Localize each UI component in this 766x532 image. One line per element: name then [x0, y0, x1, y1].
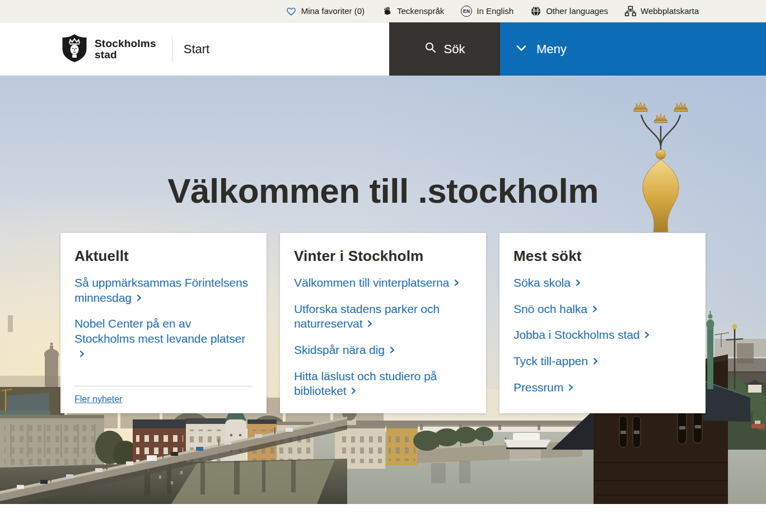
sign-language-label: Teckenspråk [397, 6, 444, 16]
card-title: Mest sökt [513, 248, 692, 265]
chevron-right-icon [366, 316, 373, 332]
chevron-right-icon [592, 354, 599, 369]
card-mest-sokt: Mest sökt Söka skola Snö och halka Jobba… [499, 233, 706, 413]
in-english-label: In English [477, 6, 513, 16]
link-parker-naturreservat[interactable]: Utforska stadens parker och naturreserva… [294, 302, 472, 332]
link-soka-skola[interactable]: Söka skola [513, 276, 692, 291]
chevron-right-icon [567, 380, 574, 395]
sign-language-icon [381, 6, 393, 17]
stockholm-crest-icon [62, 34, 87, 65]
other-languages-label: Other languages [546, 6, 608, 16]
card-aktuellt: Aktuellt Så uppmärksammas Förintelsens m… [60, 233, 267, 413]
link-pressrum[interactable]: Pressrum [513, 380, 692, 395]
link-jobba[interactable]: Jobba i Stockholms stad [513, 328, 692, 343]
sitemap-link[interactable]: Webbplatskarta [625, 6, 699, 17]
chevron-right-icon [389, 343, 395, 358]
sitemap-icon [625, 6, 636, 17]
heart-icon [286, 6, 297, 16]
favorites-label: Mina favoriter (0) [301, 6, 365, 16]
topbar: Mina favoriter (0) Teckenspråk EN In Eng… [0, 0, 766, 22]
card-vinter-i-stockholm: Vinter i Stockholm Välkommen till vinter… [280, 233, 486, 413]
card-divider [74, 386, 253, 386]
menu-label: Meny [536, 42, 567, 57]
chevron-right-icon [453, 276, 460, 291]
link-sno-och-halka[interactable]: Snö och halka [513, 302, 692, 317]
more-news-link[interactable]: Fler nyheter [74, 394, 122, 404]
header-divider [172, 36, 172, 62]
search-button[interactable]: Sök [389, 22, 500, 76]
news-link-forintelsens[interactable]: Så uppmärksammas Förintelsens minnesdag [74, 276, 253, 305]
favorites-link[interactable]: Mina favoriter (0) [286, 6, 365, 16]
chevron-right-icon [591, 302, 598, 317]
link-vinterplatserna[interactable]: Välkommen till vinterplatserna [294, 276, 472, 291]
chevron-right-icon [574, 276, 581, 291]
sitemap-label: Webbplatskarta [641, 6, 699, 16]
card-title: Aktuellt [74, 248, 253, 265]
menu-button[interactable]: Meny [500, 22, 766, 76]
link-biblioteket[interactable]: Hitta läslust och studiero på biblioteke… [294, 369, 472, 399]
en-circle-icon: EN [461, 6, 472, 17]
in-english-link[interactable]: EN In English [461, 6, 513, 17]
chevron-right-icon [350, 384, 357, 399]
chevron-right-icon [643, 328, 650, 343]
chevron-right-icon [136, 291, 142, 306]
search-icon [424, 41, 437, 57]
search-label: Sök [444, 42, 465, 57]
card-title: Vinter i Stockholm [294, 248, 472, 265]
hero: Välkommen till .stockholm Aktuellt Så up… [0, 76, 766, 504]
cards-row: Aktuellt Så uppmärksammas Förintelsens m… [60, 233, 706, 413]
link-tyck-till-appen[interactable]: Tyck till-appen [513, 354, 692, 369]
globe-icon [530, 6, 541, 17]
stockholm-logo[interactable]: Stockholms stad [62, 22, 156, 76]
chevron-right-icon [78, 347, 85, 362]
news-link-nobel-center[interactable]: Nobel Center på en av Stockholms mest le… [74, 316, 253, 361]
logo-text: Stockholms stad [95, 38, 156, 60]
other-languages-link[interactable]: Other languages [530, 6, 608, 17]
link-skidspar[interactable]: Skidspår nära dig [294, 343, 472, 358]
sign-language-link[interactable]: Teckenspråk [381, 6, 444, 17]
header: Stockholms stad Start Sök Meny [0, 22, 766, 76]
chevron-down-icon [516, 42, 527, 57]
breadcrumb-start[interactable]: Start [184, 42, 389, 57]
hero-title: Välkommen till .stockholm [0, 171, 766, 211]
